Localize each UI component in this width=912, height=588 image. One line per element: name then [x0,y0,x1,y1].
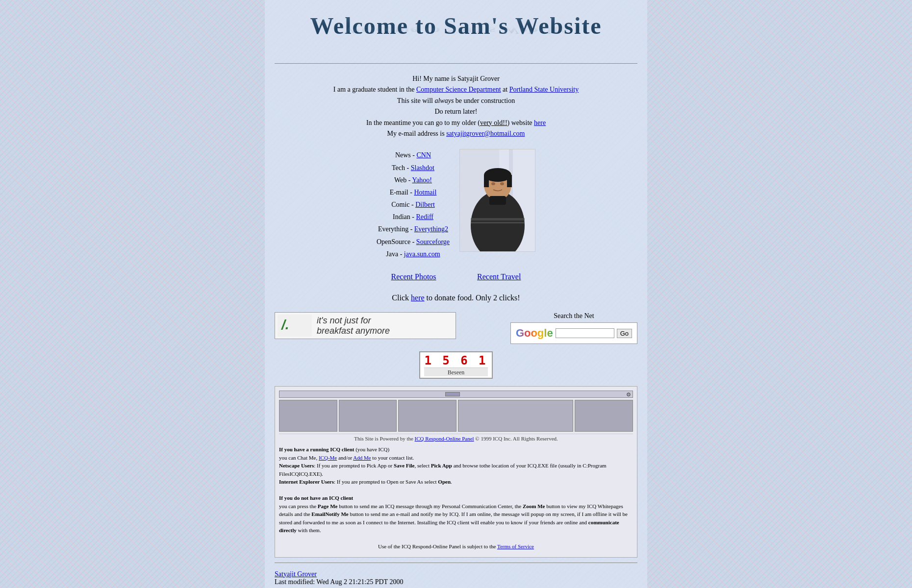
donate-here-link[interactable]: here [411,294,425,302]
donate-section: Click here to donate food. Only 2 clicks… [275,289,637,307]
person-image [460,149,535,252]
rediff-link[interactable]: Rediff [416,213,433,220]
title-section: Welcome to Sam's Website Welcome to Sam'… [275,5,637,58]
icq-panel: ⚙ This Site is Powered by the ICQ Respon… [275,386,637,558]
hotmail-link[interactable]: Hotmail [414,189,436,196]
svg-point-13 [500,182,504,185]
bottom-widgets: /. it's not just for breakfast anymore S… [275,307,637,349]
banner-graphic: /. [278,315,312,337]
google-search-box: Google Go [510,322,637,344]
links-list: News - CNN Tech - Slashdot Web - Yahoo! … [377,149,450,260]
icq-me-link[interactable]: ICQ-Me [319,455,337,461]
svg-rect-10 [471,222,525,223]
icq-panel-link[interactable]: ICQ Respond-Online Panel [415,436,474,441]
link-everything: Everything - Everything2 [377,223,450,235]
dilbert-link[interactable]: Dilbert [415,201,435,208]
svg-rect-8 [507,175,512,187]
tos-link[interactable]: Terms of Service [497,543,534,549]
icq-col-1 [279,400,337,432]
cs-dept-link[interactable]: Computer Science Department [416,86,501,93]
icq-scrollbar: ⚙ [279,391,633,398]
icq-col-3 [398,400,456,432]
icq-content-area [279,400,633,432]
svg-text:/.: /. [280,317,289,332]
email-link[interactable]: satyajitgrover@hotmail.com [446,130,525,137]
icq-powered: This Site is Powered by the ICQ Respond-… [279,434,633,443]
footer-section: Satyajit Grover Last modified: Wed Aug 2… [275,568,637,588]
last-modified: Last modified: Wed Aug 2 21:21:25 PDT 20… [275,578,403,586]
link-news: News - CNN [377,149,450,161]
google-go-button[interactable]: Go [617,329,632,338]
intro-line3: This site will always be under construct… [275,96,637,106]
title-reflection: Welcome to Sam's Website [275,25,637,35]
link-email: E-mail - Hotmail [377,186,450,198]
footer-name-link[interactable]: Satyajit Grover [275,570,317,578]
java-link[interactable]: java.sun.com [404,250,440,258]
svg-point-12 [491,182,495,185]
links-photo-section: News - CNN Tech - Slashdot Web - Yahoo! … [275,144,637,265]
svg-rect-11 [489,196,506,205]
counter-label: Beseen [424,368,487,376]
counter-box: 1 5 6 1 Beseen [419,351,492,379]
icq-scrollbar-thumb [445,392,460,396]
intro-section: Hi! My name is Satyajit Grover I am a gr… [275,69,637,144]
link-indian: Indian - Rediff [377,211,450,223]
counter-number: 1 5 6 1 [424,354,487,368]
link-tech: Tech - Slashdot [377,162,450,174]
sourceforge-link[interactable]: Sourceforge [416,238,450,245]
svg-rect-7 [484,175,489,187]
psu-link[interactable]: Portland State University [509,86,579,93]
divider-top [275,63,637,64]
intro-line2: I am a graduate student in the Computer … [275,84,637,95]
icq-info: If you have a running ICQ client (you ha… [279,443,633,553]
search-section: Search the Net Google Go [510,312,637,344]
recent-travel-link[interactable]: Recent Travel [477,272,521,281]
divider-bottom [275,563,637,563]
counter-section: 1 5 6 1 Beseen [275,349,637,381]
link-java: Java - java.sun.com [377,248,450,260]
link-web: Web - Yahoo! [377,174,450,186]
add-me-link[interactable]: Add Me [353,455,371,461]
older-site-link[interactable]: here [534,119,546,126]
recent-photos-link[interactable]: Recent Photos [391,272,436,281]
profile-photo [459,149,535,252]
slashdot-link[interactable]: Slashdot [411,164,434,172]
recent-links: Recent Photos Recent Travel [275,265,637,289]
svg-rect-9 [471,218,525,220]
intro-line4: Do return later! [275,106,637,117]
yahoo-link[interactable]: Yahoo! [412,176,432,184]
link-opensource: OpenSource - Sourceforge [377,236,450,248]
intro-line6: My e-mail address is satyajitgrover@hotm… [275,128,637,139]
icq-col-2 [339,400,397,432]
search-title: Search the Net [510,312,637,320]
icq-col-5 [575,400,633,432]
everything2-link[interactable]: Everything2 [414,225,448,233]
slashdot-banner: /. it's not just for breakfast anymore [275,312,456,339]
banner-text: it's not just for breakfast anymore [317,316,390,336]
intro-line5: In the meantime you can go to my older (… [275,118,637,128]
icq-col-wide [458,400,573,432]
google-search-input[interactable] [556,328,614,338]
link-comic: Comic - Dilbert [377,198,450,211]
google-logo: Google [516,327,553,340]
intro-line1: Hi! My name is Satyajit Grover [275,74,637,84]
cnn-link[interactable]: CNN [416,151,431,159]
icq-gear-icon: ⚙ [626,392,631,398]
